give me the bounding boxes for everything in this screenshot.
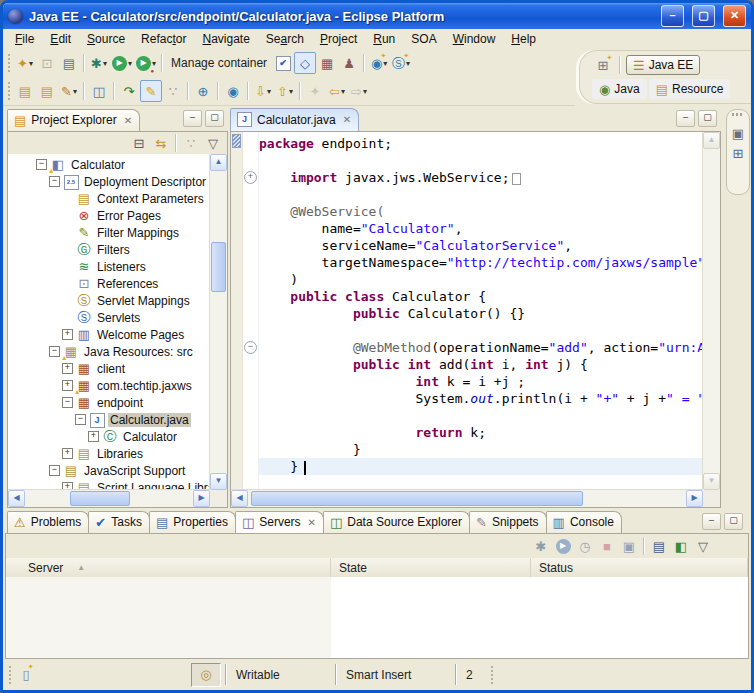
next-annotation-button[interactable]: ↷: [118, 80, 140, 102]
scroll-right-arrow[interactable]: ▶: [686, 490, 703, 507]
maximize-panel-button[interactable]: ▢: [724, 513, 743, 530]
expand-icon[interactable]: +: [62, 363, 73, 374]
code-line-14[interactable]: public int add(int i, int j) {: [259, 356, 703, 373]
minimize-editor-button[interactable]: –: [676, 110, 695, 127]
highlight-button[interactable]: ✎: [140, 80, 162, 102]
expand-icon[interactable]: +: [62, 448, 73, 459]
code-line-7[interactable]: serviceName="CalculatorService",: [259, 237, 703, 254]
show-occurrences-button[interactable]: ∵: [162, 80, 184, 102]
code-line-3[interactable]: import javax.jws.WebService;: [259, 169, 703, 186]
collapse-all-button[interactable]: ⊟: [128, 132, 150, 154]
outline-view-button[interactable]: ⊞: [729, 144, 747, 162]
dropdown-arrow-icon[interactable]: ▾: [406, 59, 410, 68]
scroll-down-arrow[interactable]: ▼: [210, 473, 227, 490]
dropdown-arrow-icon[interactable]: ▾: [29, 59, 33, 68]
column-header-server[interactable]: Server▲: [6, 558, 331, 577]
code-line-15[interactable]: int k = i +j ;: [259, 373, 703, 390]
editor-vertical-scrollbar[interactable]: ▲ ▼: [702, 132, 720, 490]
tab-project-explorer[interactable]: ▤ Project Explorer ✕: [7, 109, 140, 131]
new-wizard-button[interactable]: ✦▾: [14, 52, 36, 74]
toolbar-grip[interactable]: [8, 54, 10, 72]
menu-window[interactable]: Window: [445, 30, 504, 48]
tree-item-listeners[interactable]: ≋Listeners: [8, 258, 210, 275]
close-view-icon[interactable]: ✕: [124, 115, 132, 126]
minimize-view-button[interactable]: –: [183, 110, 202, 127]
menu-search[interactable]: Search: [258, 30, 312, 48]
tree-item-context-parameters[interactable]: ▤Context Parameters: [8, 190, 210, 207]
code-line-6[interactable]: name="Calculator",: [259, 220, 703, 237]
open-web-browser-folder-button[interactable]: ▤: [14, 80, 36, 102]
column-header-state[interactable]: State: [331, 558, 531, 577]
tree-item-calculator-java[interactable]: −JCalculator.java: [8, 411, 210, 428]
close-window-button[interactable]: ✕: [723, 5, 746, 27]
close-editor-icon[interactable]: ✕: [343, 114, 351, 125]
collapse-icon[interactable]: −: [49, 465, 60, 476]
web-services-explorer-button[interactable]: ◉: [222, 80, 244, 102]
tab-tasks[interactable]: ✔Tasks: [88, 511, 150, 533]
tree-item-java-resources-src[interactable]: −▦▲Java Resources: src: [8, 343, 210, 360]
add-server-button[interactable]: ◧: [670, 535, 692, 557]
folded-region-box-icon[interactable]: [512, 173, 521, 185]
editor-horizontal-scrollbar[interactable]: ◀ ▶: [231, 489, 703, 507]
print-button[interactable]: ▤: [58, 52, 80, 74]
tree-item-references[interactable]: ⊡References: [8, 275, 210, 292]
menu-project[interactable]: Project: [312, 30, 365, 48]
data-source-button[interactable]: ◫: [88, 80, 110, 102]
j2ee-deploy-button[interactable]: ♟: [338, 52, 360, 74]
export-button[interactable]: ⇧▾: [274, 80, 296, 102]
minimize-panel-button[interactable]: –: [702, 513, 721, 530]
tree-horizontal-scrollbar[interactable]: ◀ ▶: [8, 489, 210, 507]
derby-status-box[interactable]: ◎: [191, 663, 221, 687]
menu-navigate[interactable]: Navigate: [194, 30, 257, 48]
tree-item-libraries[interactable]: +▤Libraries: [8, 445, 210, 462]
code-line-10[interactable]: public class Calculator {: [259, 288, 703, 305]
code-line-19[interactable]: }: [259, 441, 703, 458]
scroll-down-arrow[interactable]: ▼: [703, 473, 720, 490]
dropdown-arrow-icon[interactable]: ▾: [383, 59, 387, 68]
server-console-button[interactable]: ▤: [648, 535, 670, 557]
tree-vertical-scrollbar[interactable]: ▲ ▼: [209, 154, 227, 490]
dropdown-arrow-icon[interactable]: ▾: [363, 87, 367, 96]
menu-source[interactable]: Source: [79, 30, 133, 48]
close-view-icon[interactable]: ✕: [308, 517, 316, 528]
menu-run[interactable]: Run: [365, 30, 403, 48]
code-line-13[interactable]: @WebMethod(operationName="add", action="…: [259, 339, 703, 356]
link-with-editor-button[interactable]: ⇆: [150, 132, 172, 154]
fast-view-button[interactable]: ▯✦: [15, 664, 37, 686]
column-header-status[interactable]: Status: [531, 558, 748, 577]
tree-item-error-pages[interactable]: ⊗Error Pages: [8, 207, 210, 224]
restore-fast-views-button[interactable]: ▣: [729, 124, 747, 142]
tab-servers[interactable]: ◫Servers✕: [235, 511, 324, 533]
tab-data-source-explorer[interactable]: ◫Data Source Explorer: [323, 511, 470, 533]
tab-problems[interactable]: ⚠Problems: [7, 511, 89, 533]
drag-handle[interactable]: [732, 113, 744, 116]
tree-item-javascript-support[interactable]: −▤JavaScript Support: [8, 462, 210, 479]
scroll-right-arrow[interactable]: ▶: [193, 490, 210, 507]
dropdown-arrow-icon[interactable]: ▾: [128, 59, 132, 68]
code-line-11[interactable]: public Calculator() {}: [259, 305, 703, 322]
perspective-java-button[interactable]: ◉Java: [592, 79, 647, 99]
perspective-java-ee-button[interactable]: ☰Java EE: [626, 55, 700, 75]
expand-icon[interactable]: +: [62, 329, 73, 340]
code-line-12[interactable]: [259, 322, 703, 339]
dropdown-arrow-icon[interactable]: ▾: [267, 87, 271, 96]
scroll-up-arrow[interactable]: ▲: [210, 154, 227, 171]
run-on-server-button[interactable]: ▶●▾: [134, 52, 158, 74]
collapse-icon[interactable]: −: [49, 176, 60, 187]
code-line-5[interactable]: @WebService(: [259, 203, 703, 220]
dropdown-arrow-icon[interactable]: ▾: [152, 59, 156, 68]
maximize-view-button[interactable]: ▢: [205, 110, 224, 127]
tree-item-calculator[interactable]: −◧▲Calculator: [8, 156, 210, 173]
maximize-window-button[interactable]: ▢: [692, 5, 715, 27]
dropdown-arrow-icon[interactable]: ▾: [289, 87, 293, 96]
code-line-2[interactable]: [259, 152, 703, 169]
minimize-window-button[interactable]: –: [661, 5, 684, 27]
collapse-icon[interactable]: −: [62, 397, 73, 408]
collapse-fold-icon[interactable]: −: [244, 341, 257, 354]
code-line-16[interactable]: System.out.println(i + "+" + j +" = " + …: [259, 390, 703, 407]
tab-properties[interactable]: ▤Properties: [149, 511, 236, 533]
code-line-4[interactable]: [259, 186, 703, 203]
new-soa-service-button[interactable]: Ⓢ✦▾: [390, 52, 412, 74]
menu-help[interactable]: Help: [503, 30, 544, 48]
back-button[interactable]: ⇦▾: [326, 80, 348, 102]
